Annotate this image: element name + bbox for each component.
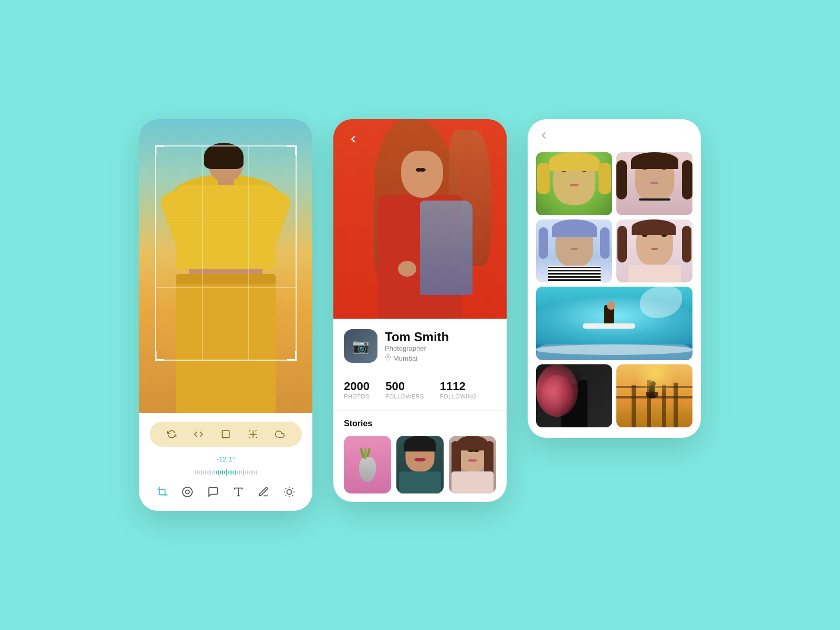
- rotate-tool[interactable]: [164, 427, 179, 442]
- brightness-icon-btn[interactable]: [284, 486, 295, 500]
- profile-hero-photo: [333, 119, 507, 319]
- angle-slider[interactable]: [150, 467, 302, 478]
- gallery-header: [536, 130, 692, 144]
- gallery-row-2: [536, 219, 692, 282]
- gallery-photo-pier[interactable]: [616, 364, 692, 427]
- gallery-photo-bluehair[interactable]: [536, 219, 612, 282]
- profile-location: Mumbai: [385, 354, 449, 362]
- filter-icon-btn[interactable]: [182, 486, 193, 500]
- editor-bottom-icons: [150, 486, 302, 500]
- profile-identity: 📷 Tom Smith Photographer Mumbai: [344, 329, 496, 363]
- location-text: Mumbai: [393, 354, 417, 362]
- svg-point-1: [183, 487, 192, 497]
- crop-icon-btn[interactable]: [156, 486, 168, 500]
- gallery-photo-blonde[interactable]: [536, 152, 612, 215]
- editor-bottom: -12.1°: [139, 413, 312, 511]
- gallery-back-button[interactable]: [538, 130, 550, 144]
- svg-line-8: [286, 488, 286, 489]
- stat-photos: 2000 PHOTOS: [344, 380, 370, 400]
- profile-stats: 2000 PHOTOS 500 FOLLOWERS 1112 FOLLOWING: [333, 369, 507, 411]
- svg-rect-0: [222, 430, 229, 438]
- stories-section: Stories: [333, 411, 507, 502]
- stories-title: Stories: [344, 419, 496, 428]
- stat-followers: 500 FOLLOWERS: [385, 380, 424, 400]
- gallery-grid: [536, 152, 692, 427]
- gallery-photo-brunette[interactable]: [616, 152, 692, 215]
- location-icon: [385, 354, 391, 362]
- text-icon-btn[interactable]: [233, 486, 244, 500]
- profile-name: Tom Smith: [385, 330, 449, 345]
- gallery-photo-brunette2[interactable]: [616, 219, 692, 282]
- story-pineapple[interactable]: [344, 436, 391, 494]
- svg-point-2: [186, 490, 190, 494]
- photos-label: PHOTOS: [344, 393, 370, 400]
- story-face1[interactable]: [396, 436, 444, 494]
- profile-info: 📷 Tom Smith Photographer Mumbai: [333, 319, 507, 369]
- story-face2[interactable]: [449, 436, 496, 494]
- screen-gallery: [528, 119, 701, 438]
- svg-point-14: [387, 356, 389, 358]
- cloud-tool[interactable]: [272, 427, 287, 442]
- photos-count: 2000: [344, 380, 370, 393]
- screen-profile: 📷 Tom Smith Photographer Mumbai: [333, 119, 507, 502]
- profile-hero: [333, 119, 507, 319]
- stat-following: 1112 FOLLOWING: [440, 380, 477, 400]
- screens-container: -12.1°: [139, 119, 701, 511]
- followers-count: 500: [385, 380, 424, 393]
- svg-line-9: [292, 495, 293, 496]
- gallery-photo-smoke[interactable]: [536, 364, 612, 427]
- followers-label: FOLLOWERS: [385, 393, 424, 400]
- avatar: 📷: [344, 329, 377, 363]
- following-count: 1112: [440, 380, 477, 393]
- gallery-row-1: [536, 152, 692, 215]
- transform-tool[interactable]: [246, 427, 260, 442]
- code-tool[interactable]: [191, 427, 206, 442]
- gallery-row-3: [536, 287, 692, 360]
- sticker-icon-btn[interactable]: [207, 486, 219, 500]
- draw-icon-btn[interactable]: [258, 486, 269, 500]
- angle-display: -12.1°: [150, 455, 302, 463]
- svg-line-13: [292, 488, 293, 489]
- profile-back-button[interactable]: [344, 130, 363, 149]
- crop-tool[interactable]: [218, 427, 233, 442]
- svg-line-12: [286, 495, 286, 496]
- editor-tools-row: [150, 422, 302, 447]
- following-label: FOLLOWING: [440, 393, 477, 400]
- editor-photo-area: [139, 119, 312, 413]
- screen-editor: -12.1°: [139, 119, 312, 511]
- stories-grid: [344, 436, 496, 494]
- gallery-photo-surfer[interactable]: [536, 287, 692, 360]
- profile-name-block: Tom Smith Photographer Mumbai: [385, 330, 449, 363]
- svg-point-5: [287, 489, 291, 494]
- gallery-row-4: [536, 364, 692, 427]
- editor-photo-person: [139, 119, 312, 413]
- profile-role: Photographer: [385, 344, 449, 352]
